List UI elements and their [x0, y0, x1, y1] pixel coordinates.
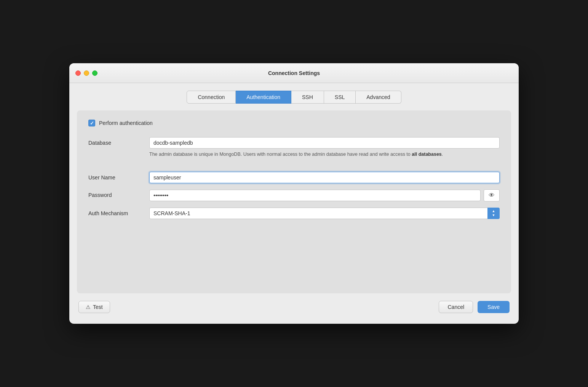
username-row: User Name [88, 172, 500, 183]
password-row: Password 👁 [88, 189, 500, 201]
toggle-password-button[interactable]: 👁 [484, 189, 500, 201]
perform-auth-checkbox[interactable] [88, 120, 95, 126]
traffic-lights [75, 70, 97, 76]
tab-authentication[interactable]: Authentication [236, 91, 291, 104]
cancel-button[interactable]: Cancel [439, 301, 473, 313]
connection-settings-window: Connection Settings Connection Authentic… [69, 63, 519, 324]
titlebar: Connection Settings [69, 63, 519, 83]
test-button-label: Test [93, 304, 103, 310]
database-hint: The admin database is unique in MongoDB.… [149, 151, 500, 158]
auth-mechanism-select[interactable]: SCRAM-SHA-1 SCRAM-SHA-256 MONGODB-CR X50… [149, 208, 500, 219]
footer: ⚠ Test Cancel Save [77, 293, 511, 315]
password-input-area: 👁 [149, 189, 500, 201]
tab-connection[interactable]: Connection [187, 91, 236, 104]
close-button[interactable] [75, 70, 81, 76]
maximize-button[interactable] [92, 70, 97, 76]
content-area: Perform authentication Database The admi… [77, 110, 511, 293]
form-section: Database The admin database is unique in… [88, 137, 500, 225]
perform-auth-row: Perform authentication [88, 120, 500, 126]
tab-ssh[interactable]: SSH [291, 91, 324, 104]
auth-mechanism-input-area: SCRAM-SHA-1 SCRAM-SHA-256 MONGODB-CR X50… [149, 208, 500, 219]
database-input-area: The admin database is unique in MongoDB.… [149, 137, 500, 158]
perform-auth-label: Perform authentication [99, 120, 153, 126]
right-buttons: Cancel Save [439, 301, 510, 313]
database-row: Database The admin database is unique in… [88, 137, 500, 158]
save-button[interactable]: Save [478, 301, 510, 313]
eye-crossed-icon: 👁 [489, 192, 495, 199]
username-input[interactable] [149, 172, 500, 183]
test-button[interactable]: ⚠ Test [78, 301, 110, 313]
tab-advanced[interactable]: Advanced [356, 91, 401, 104]
username-input-area [149, 172, 500, 183]
window-title: Connection Settings [268, 70, 320, 76]
auth-mechanism-row: Auth Mechanism SCRAM-SHA-1 SCRAM-SHA-256… [88, 208, 500, 219]
database-label: Database [88, 137, 149, 146]
auth-mechanism-select-wrapper: SCRAM-SHA-1 SCRAM-SHA-256 MONGODB-CR X50… [149, 208, 500, 219]
database-input[interactable] [149, 137, 500, 149]
warning-icon: ⚠ [86, 304, 91, 310]
tabs-bar: Connection Authentication SSH SSL Advanc… [77, 91, 511, 104]
password-label: Password [88, 189, 149, 198]
password-input[interactable] [149, 190, 481, 201]
auth-mechanism-label: Auth Mechanism [88, 208, 149, 216]
username-label: User Name [88, 172, 149, 181]
window-body: Connection Authentication SSH SSL Advanc… [69, 83, 519, 324]
password-input-row: 👁 [149, 189, 500, 201]
tab-ssl[interactable]: SSL [324, 91, 356, 104]
minimize-button[interactable] [84, 70, 89, 76]
